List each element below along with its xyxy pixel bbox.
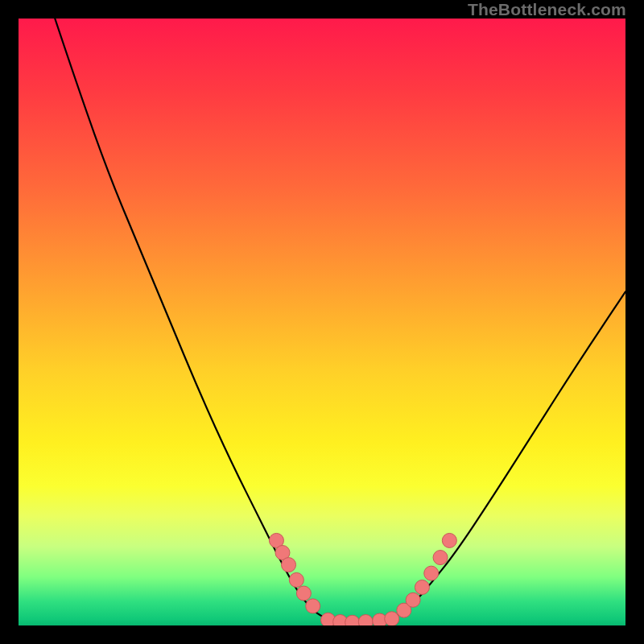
chart-svg	[19, 19, 625, 625]
bottleneck-curve	[55, 19, 625, 622]
plot-area	[19, 19, 625, 625]
data-markers-bottom	[321, 612, 399, 625]
data-markers-left	[269, 533, 320, 613]
marker-left-3	[289, 572, 303, 587]
data-markers-right	[397, 533, 457, 617]
marker-right-5	[442, 533, 456, 547]
marker-bottom-3	[358, 614, 373, 625]
marker-bottom-5	[385, 612, 399, 625]
marker-bottom-2	[345, 615, 360, 625]
chart-frame: TheBottleneck.com	[0, 0, 644, 644]
attribution-watermark: TheBottleneck.com	[468, 0, 626, 19]
marker-left-2	[282, 558, 296, 572]
marker-left-4	[296, 586, 311, 601]
marker-right-4	[433, 551, 448, 565]
marker-left-5	[306, 599, 320, 613]
marker-right-3	[424, 566, 439, 580]
marker-right-2	[415, 580, 429, 595]
marker-right-1	[406, 592, 420, 607]
